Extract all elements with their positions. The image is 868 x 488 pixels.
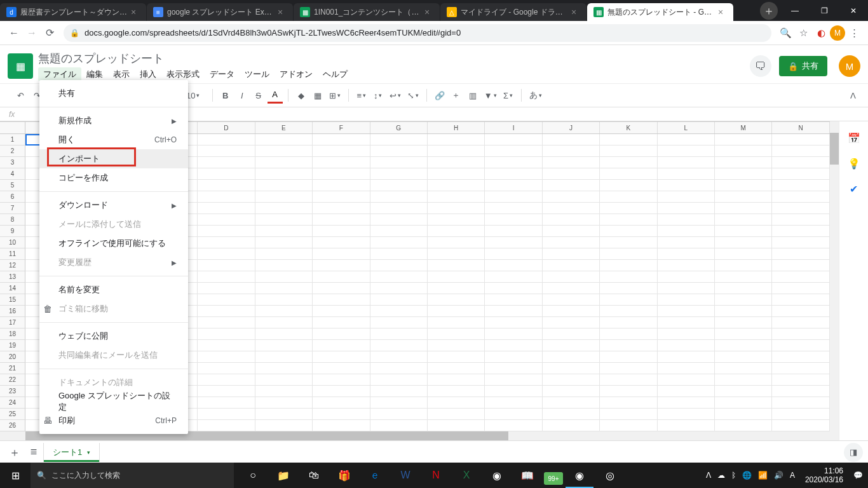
menu-new[interactable]: 新規作成▶ — [39, 111, 188, 130]
cell[interactable] — [772, 157, 829, 168]
cell[interactable] — [198, 386, 255, 397]
cell[interactable] — [543, 237, 600, 248]
cell[interactable] — [485, 134, 542, 146]
cell[interactable] — [658, 260, 715, 271]
cell[interactable] — [313, 409, 370, 420]
column-header[interactable]: H — [428, 122, 485, 133]
cell[interactable] — [313, 420, 370, 431]
cell[interactable] — [370, 397, 428, 409]
close-tab-icon[interactable]: × — [424, 8, 433, 17]
row-headers[interactable]: 1234567891011121314151617181920212223242… — [0, 134, 25, 431]
cell[interactable] — [370, 363, 428, 374]
extension-icon[interactable]: ◐ — [812, 24, 830, 42]
cell[interactable] — [715, 203, 772, 214]
cell[interactable] — [600, 157, 657, 168]
text-rotation-button[interactable]: ⤡▾ — [405, 87, 421, 104]
cell[interactable] — [370, 191, 428, 203]
cell[interactable] — [772, 260, 829, 271]
column-header[interactable]: L — [658, 122, 715, 133]
cell[interactable] — [428, 203, 485, 214]
cell[interactable] — [543, 283, 600, 294]
insert-link-button[interactable]: 🔗 — [432, 87, 447, 104]
cell[interactable] — [658, 397, 715, 409]
cell[interactable] — [543, 351, 600, 363]
cell[interactable] — [255, 329, 313, 340]
row-header[interactable]: 8 — [0, 214, 25, 226]
cell[interactable] — [428, 226, 485, 237]
insert-chart-button[interactable]: ▥ — [465, 87, 480, 104]
cell[interactable] — [370, 329, 428, 340]
cell[interactable] — [543, 248, 600, 260]
cell[interactable] — [772, 226, 829, 237]
cell[interactable] — [772, 397, 829, 409]
cell[interactable] — [313, 226, 370, 237]
fill-color-button[interactable]: ◆ — [294, 87, 309, 104]
cell[interactable] — [543, 397, 600, 409]
cell[interactable] — [772, 420, 829, 431]
cell[interactable] — [198, 134, 255, 146]
gift-icon[interactable]: 🎁 — [330, 463, 358, 488]
menu-spreadsheet-settings[interactable]: Google スプレッドシートの設定 — [39, 392, 188, 411]
row-header[interactable]: 14 — [0, 283, 25, 294]
cell[interactable] — [428, 180, 485, 191]
cell[interactable] — [772, 351, 829, 363]
cell[interactable] — [600, 351, 657, 363]
cell[interactable] — [600, 146, 657, 157]
cell[interactable] — [715, 386, 772, 397]
row-header[interactable]: 22 — [0, 374, 25, 386]
cell[interactable] — [772, 214, 829, 226]
column-header[interactable]: M — [715, 122, 772, 133]
sheet-tab[interactable]: シート1▾ — [43, 443, 100, 462]
cell[interactable] — [428, 351, 485, 363]
insert-comment-button[interactable]: ＋ — [449, 87, 464, 104]
cell[interactable] — [485, 271, 542, 283]
cell[interactable] — [313, 271, 370, 283]
row-header[interactable]: 25 — [0, 409, 25, 420]
column-header[interactable]: N — [772, 122, 829, 133]
cell[interactable] — [543, 157, 600, 168]
cell[interactable] — [370, 168, 428, 180]
cell[interactable] — [198, 283, 255, 294]
cell[interactable] — [485, 329, 542, 340]
tasks-icon[interactable]: ✔ — [846, 181, 862, 196]
chrome-icon[interactable]: ◉ — [483, 463, 511, 488]
window-close[interactable]: ✕ — [839, 0, 868, 21]
row-header[interactable]: 15 — [0, 294, 25, 306]
cell[interactable] — [772, 329, 829, 340]
cell[interactable] — [255, 168, 313, 180]
cell[interactable] — [485, 397, 542, 409]
keep-icon[interactable]: 💡 — [846, 156, 862, 171]
cell[interactable] — [715, 248, 772, 260]
cell[interactable] — [198, 248, 255, 260]
cell[interactable] — [198, 397, 255, 409]
cell[interactable] — [370, 214, 428, 226]
cell[interactable] — [772, 363, 829, 374]
cell[interactable] — [658, 340, 715, 351]
cell[interactable] — [658, 191, 715, 203]
row-header[interactable]: 1 — [0, 134, 25, 146]
close-tab-icon[interactable]: × — [571, 8, 580, 17]
cell[interactable] — [485, 180, 542, 191]
row-header[interactable]: 17 — [0, 317, 25, 329]
cell[interactable] — [772, 168, 829, 180]
cell[interactable] — [543, 180, 600, 191]
cell[interactable] — [313, 237, 370, 248]
cell[interactable] — [658, 420, 715, 431]
cell[interactable] — [715, 329, 772, 340]
cell[interactable] — [772, 306, 829, 317]
tray-chevron-icon[interactable]: ᐱ — [706, 471, 711, 480]
cell[interactable] — [428, 283, 485, 294]
netflix-icon[interactable]: N — [422, 463, 450, 488]
cell[interactable] — [715, 168, 772, 180]
cell[interactable] — [543, 409, 600, 420]
network-icon[interactable]: 🌐 — [742, 471, 752, 480]
cell[interactable] — [600, 397, 657, 409]
cell[interactable] — [313, 134, 370, 146]
profile-avatar[interactable]: M — [830, 25, 845, 41]
cell[interactable] — [772, 340, 829, 351]
cell[interactable] — [428, 374, 485, 386]
cell[interactable] — [658, 294, 715, 306]
cell[interactable] — [715, 134, 772, 146]
cell[interactable] — [255, 146, 313, 157]
row-header[interactable]: 9 — [0, 226, 25, 237]
